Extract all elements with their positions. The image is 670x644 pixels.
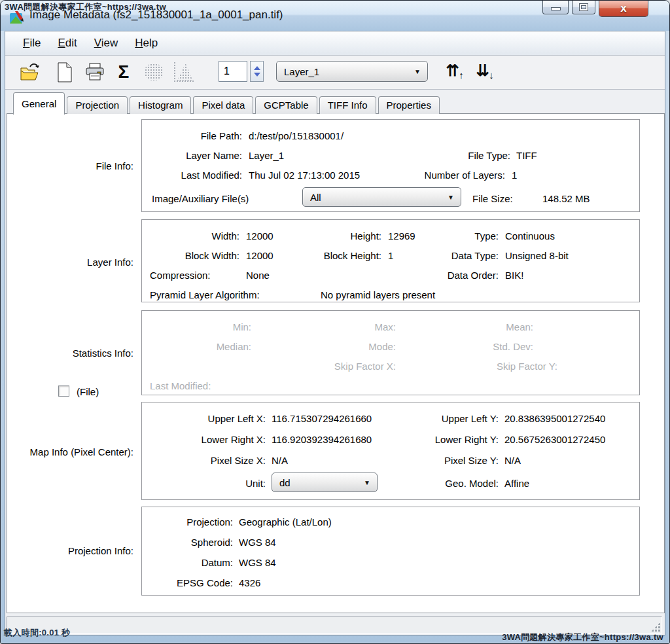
file-checkbox-label: (File) [77,386,99,397]
general-tab-page: File Info: Layer Info: Statistics Info: … [7,113,665,613]
type-label: Type: [474,230,499,241]
number-of-layers-label: Number of Layers: [425,170,505,181]
compression-label: Compression: [150,270,211,281]
layer-select[interactable]: Layer_1 ▼ [276,61,428,82]
chevron-down-icon: ▼ [414,68,421,75]
file-path-label: File Path: [201,130,242,141]
projection-info-label: Projection Info: [68,545,133,556]
layer-number-input[interactable]: 1 [219,61,247,82]
maximize-icon [580,4,588,10]
client-area: File Edit View Help [5,31,665,635]
height-value: 12969 [388,230,415,241]
menu-help[interactable]: Help [126,34,166,52]
tab-general[interactable]: General [13,92,65,115]
lower-right-x-label: Lower Right X: [202,434,266,445]
layer-name-value: Layer_1 [249,150,284,161]
print-button[interactable] [84,60,106,84]
projection-info-group: Projection: Geographic (Lat/Lon) Spheroi… [141,507,640,596]
skip-factor-x-label: Skip Factor X: [334,361,396,372]
file-type-value: TIFF [516,150,537,161]
height-label: Height: [350,230,381,241]
screen: Image Metadata (fs2_151830001_1a_0001_pa… [0,0,670,644]
median-label: Median: [217,341,251,352]
tab-properties[interactable]: Properties [378,96,440,114]
layer-info-group: Width: 12000 Height: 12969 Type: Continu… [141,219,640,302]
unit-label: Unit: [245,478,266,489]
tab-pixel-data[interactable]: Pixel data [193,96,253,114]
unit-select-value: dd [279,477,291,488]
window-controls: x [542,1,648,17]
upper-left-y-label: Upper Left Y: [442,413,499,424]
menu-file[interactable]: File [14,34,49,52]
dotted-histogram-icon [174,62,194,82]
watermark-top-left: 3WA問題解決專家工作室~https://3wa.tw [5,1,166,13]
move-layer-up-button[interactable]: ⇈ ↑ [442,61,467,83]
dotted-pyramid-icon [145,63,163,80]
move-layer-down-button[interactable]: ⇊ ↓ [472,61,497,83]
projection-label: Projection: [186,516,233,528]
tab-bar: General Projection Histogram Pixel data … [13,91,442,114]
resize-grip[interactable] [651,622,660,632]
datum-value: WGS 84 [239,557,276,568]
block-width-value: 12000 [246,250,273,261]
close-icon: x [620,3,626,14]
maximize-button[interactable] [572,1,595,14]
file-statistics-checkbox[interactable] [58,385,69,397]
last-modified-value: Thu Jul 02 17:13:00 2015 [249,170,360,181]
pyramid-value: No pyramid layers present [321,289,435,300]
geo-model-value: Affine [504,478,529,489]
epsg-code-value: 4326 [239,577,260,588]
layer-info-label: Layer Info: [87,257,133,268]
layer-select-value: Layer_1 [284,66,319,77]
max-label: Max: [374,321,396,332]
minimize-button[interactable] [542,1,569,14]
pyramid-label: Pyramid Layer Algorithm: [150,289,260,300]
layer-number-spinner: 1 [219,61,264,82]
stats-last-modified-label: Last Modified: [150,380,211,391]
file-info-group: File Path: d:/test/po/151830001/ Layer N… [141,119,640,212]
statistics-button[interactable]: Σ [113,60,135,84]
chevron-down-icon: ▼ [364,479,370,486]
upper-left-y-value: 20.8386395001272540 [504,413,605,424]
spheroid-label: Spheroid: [191,537,233,548]
mode-label: Mode: [368,341,396,352]
datum-label: Datum: [202,557,233,568]
tab-gcptable[interactable]: GCPTable [255,96,317,114]
open-file-button[interactable] [18,60,41,84]
file-size-value: 148.52 MB [542,193,590,204]
pixel-size-x-value: N/A [272,455,288,466]
map-info-group: Upper Left X: 116.715307294261660 Upper … [141,402,640,500]
pyramid-layers-button-disabled [143,60,165,84]
watermark-bottom-right: 3WA問題解決專家工作室~https://3wa.tw [502,632,663,643]
arrows-up-icon: ⇈ [446,61,459,80]
small-down-arrow-icon: ↓ [489,65,494,85]
data-type-value: Unsigned 8-bit [505,250,569,261]
tab-projection[interactable]: Projection [67,96,128,114]
layer-number-stepper[interactable] [250,61,264,82]
width-label: Width: [211,230,239,241]
sigma-icon: Σ [118,62,130,82]
new-file-button[interactable] [54,60,76,84]
menu-edit[interactable]: Edit [49,34,85,52]
block-height-label: Block Height: [324,250,381,261]
image-metadata-window: Image Metadata (fs2_151830001_1a_0001_pa… [0,0,670,644]
last-modified-label: Last Modified: [181,170,242,181]
tab-tiff-info[interactable]: TIFF Info [319,96,376,114]
block-height-value: 1 [388,250,393,261]
close-button[interactable]: x [599,1,648,17]
unit-select[interactable]: dd ▼ [272,473,378,492]
projection-value: Geographic (Lat/Lon) [239,516,332,528]
tab-histogram[interactable]: Histogram [130,96,191,114]
aux-files-select[interactable]: All ▼ [302,187,461,207]
pixel-size-y-value: N/A [504,455,521,466]
toolbar: Σ 1 Layer_1 [5,56,665,90]
epsg-code-label: EPSG Code: [177,577,233,588]
arrows-down-icon: ⇊ [476,61,489,80]
menu-view[interactable]: View [86,34,127,52]
small-up-arrow-icon: ↑ [459,65,464,85]
lower-right-y-label: Lower Right Y: [435,434,499,445]
pixel-size-x-label: Pixel Size X: [211,455,266,466]
data-order-label: Data Order: [448,270,499,281]
statistics-info-label: Statistics Info: [73,348,133,359]
spin-down-icon [254,73,260,77]
